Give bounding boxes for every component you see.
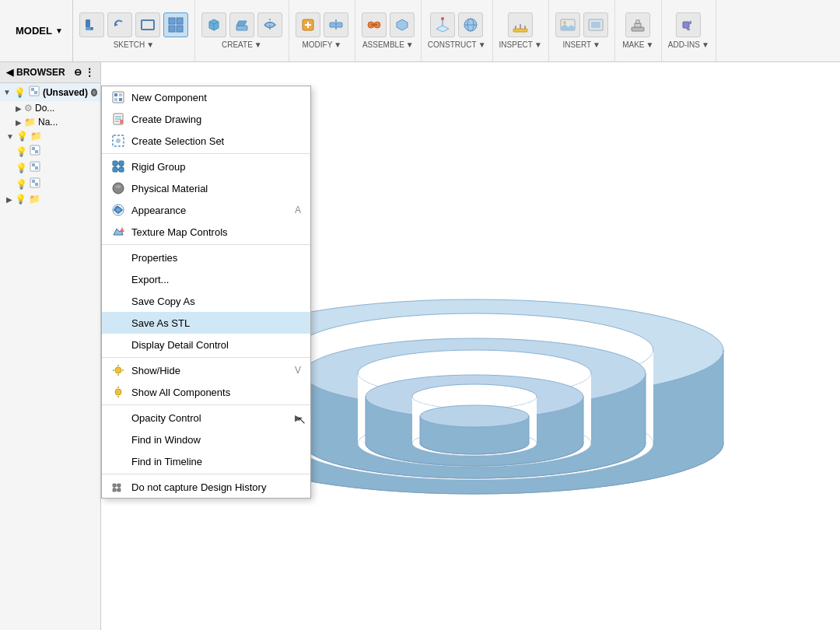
create-icons — [201, 12, 282, 37]
sketch-grid-icon[interactable] — [163, 12, 188, 37]
tree-expand-arrow[interactable]: ▼ — [3, 88, 11, 96]
browser-item-nested2[interactable]: 💡 — [0, 159, 100, 176]
ctx-find-in-window[interactable]: Find in Window — [102, 429, 310, 450]
ctx-save-copy-as[interactable]: Save Copy As — [102, 290, 310, 312]
folder-icon3: 📁 — [30, 131, 42, 142]
model-label: MODEL — [16, 25, 52, 37]
browser-minus-icon[interactable]: ⊖ — [74, 67, 82, 78]
toolbar-group-make[interactable]: MAKE ▼ — [615, 0, 662, 61]
browser-item-nested3[interactable]: 💡 — [0, 176, 100, 192]
inspect-measure-icon[interactable] — [508, 12, 533, 37]
ctx-save-as-stl[interactable]: Save As STL — [102, 312, 310, 334]
ctx-export[interactable]: Export... — [102, 268, 310, 290]
make-label[interactable]: MAKE ▼ — [622, 40, 653, 49]
physical-material-icon — [111, 181, 125, 195]
browser-header[interactable]: ◀ BROWSER ⊖ ⋮ — [0, 62, 100, 83]
toolbar: MODEL ▼ SKETCH ▼ — [0, 0, 840, 62]
insert-photo-icon[interactable] — [583, 12, 608, 37]
create-extrude-icon[interactable] — [229, 12, 254, 37]
create-label[interactable]: CREATE ▼ — [222, 40, 262, 49]
toolbar-group-sketch[interactable]: SKETCH ▼ — [73, 0, 195, 61]
svg-rect-8 — [177, 26, 183, 32]
svg-rect-85 — [117, 484, 121, 487]
ctx-show-all-components[interactable]: Show All Components — [102, 381, 310, 403]
toolbar-group-create[interactable]: CREATE ▼ — [195, 0, 289, 61]
toolbar-group-assemble[interactable]: ASSEMBLE ▼ — [355, 0, 422, 61]
ctx-rigid-group[interactable]: Rigid Group — [102, 156, 310, 177]
ctx-create-drawing[interactable]: Create Drawing — [102, 108, 310, 130]
inspect-label[interactable]: INSPECT ▼ — [499, 40, 542, 49]
browser-drag-icon[interactable]: ⋮ — [85, 67, 94, 78]
ctx-texture-map[interactable]: Texture Map Controls — [102, 221, 310, 243]
svg-rect-6 — [177, 18, 183, 24]
insert-image-icon[interactable] — [555, 12, 580, 37]
svg-rect-28 — [513, 29, 527, 32]
assemble-drive-icon[interactable] — [390, 12, 415, 37]
svg-rect-42 — [34, 91, 37, 94]
folder-icon7: 📁 — [29, 194, 40, 205]
ctx-show-hide[interactable]: Show/Hide V — [102, 359, 310, 381]
sketch-dropdown: ▼ — [146, 40, 154, 49]
item-expand-tri: ▶ — [16, 104, 22, 113]
eye-icon4: 💡 — [16, 163, 27, 173]
svg-rect-67 — [119, 167, 124, 172]
browser-collapse-arrow[interactable]: ◀ — [6, 67, 13, 78]
modify-split-icon[interactable] — [324, 12, 348, 37]
assemble-joint-icon[interactable] — [362, 12, 387, 37]
sketch-label[interactable]: SKETCH ▼ — [114, 40, 154, 49]
browser-item-lower[interactable]: ▶ 💡 📁 — [0, 192, 100, 206]
construct-label[interactable]: CONSTRUCT ▼ — [428, 40, 486, 49]
toolbar-group-modify[interactable]: MODIFY ▼ — [289, 0, 355, 61]
svg-marker-22 — [436, 26, 449, 32]
export-icon — [111, 272, 125, 286]
create-box-icon[interactable] — [201, 12, 226, 37]
create-revolve-icon[interactable] — [257, 12, 282, 37]
ctx-create-selection-set[interactable]: Create Selection Set — [102, 130, 310, 152]
toolbar-group-insert[interactable]: INSERT ▼ — [549, 0, 615, 61]
construct-globe-icon[interactable] — [458, 12, 483, 37]
browser-header-controls: ⊖ ⋮ — [74, 67, 94, 78]
insert-label[interactable]: INSERT ▼ — [563, 40, 600, 49]
browser-item-na[interactable]: ▶ 📁 Na... — [0, 115, 100, 129]
show-hide-icon — [111, 363, 125, 377]
undo-icon[interactable] — [107, 12, 132, 37]
expand-tri4: ▶ — [6, 195, 12, 204]
svg-rect-13 — [236, 26, 247, 30]
ctx-properties-label: Properties — [131, 252, 301, 264]
addins-label[interactable]: ADD-INS ▼ — [668, 40, 709, 49]
ctx-appearance[interactable]: Appearance A — [102, 199, 310, 221]
create-drawing-icon — [111, 112, 125, 126]
toolbar-group-inspect[interactable]: INSPECT ▼ — [493, 0, 549, 61]
ctx-properties[interactable]: Properties — [102, 247, 310, 268]
make-3dprint-icon[interactable] — [625, 12, 650, 37]
ctx-new-component[interactable]: New Component — [102, 86, 310, 108]
ctx-physical-material[interactable]: Physical Material — [102, 177, 310, 199]
modify-press-icon[interactable] — [296, 12, 320, 37]
construct-plane-icon[interactable] — [430, 12, 455, 37]
opacity-icon — [111, 411, 125, 425]
ctx-do-not-capture[interactable]: Do not capture Design History — [102, 476, 310, 498]
ctx-opacity-control[interactable]: Opacity Control ▶ — [102, 407, 310, 429]
eye-icon[interactable]: 💡 — [14, 87, 26, 98]
unsaved-root-item[interactable]: ▼ 💡 (Unsaved) — [0, 83, 100, 101]
ctx-find-in-timeline[interactable]: Find in Timeline — [102, 450, 310, 472]
find-timeline-icon — [111, 454, 125, 468]
modify-label[interactable]: MODIFY ▼ — [302, 40, 341, 49]
addins-puzzle-icon[interactable] — [676, 12, 701, 37]
ctx-display-detail[interactable]: Display Detail Control — [102, 334, 310, 355]
ctx-show-hide-label: Show/Hide — [131, 365, 289, 376]
ctx-save-as-stl-label: Save As STL — [131, 317, 301, 329]
sketch-rect-icon[interactable] — [135, 12, 160, 37]
model-button[interactable]: MODEL ▼ — [6, 0, 73, 61]
toolbar-group-addins[interactable]: ADD-INS ▼ — [662, 0, 716, 61]
assemble-label[interactable]: ASSEMBLE ▼ — [362, 40, 414, 49]
browser-item-nested1[interactable]: 💡 — [0, 143, 100, 159]
toolbar-group-construct[interactable]: CONSTRUCT ▼ — [422, 0, 493, 61]
browser-item-doc[interactable]: ▶ ⚙ Do... — [0, 101, 100, 115]
inspect-icons — [508, 12, 533, 37]
sketch-pencil-icon[interactable] — [79, 12, 104, 37]
item-expand-tri2: ▶ — [16, 118, 22, 127]
svg-rect-36 — [632, 27, 644, 31]
browser-item-sub1[interactable]: ▼ 💡 📁 — [0, 129, 100, 143]
eye-icon6: 💡 — [15, 194, 26, 205]
